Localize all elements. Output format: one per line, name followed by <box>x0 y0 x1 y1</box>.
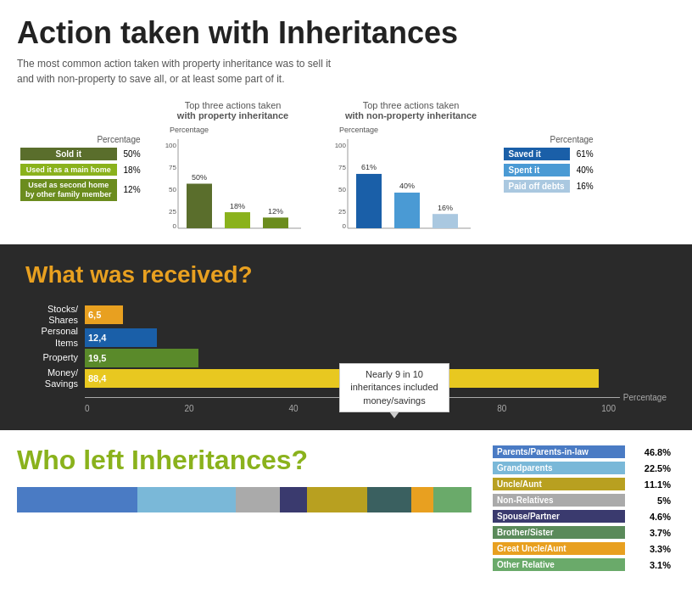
table-row: Grandparents 22.5% <box>488 460 675 476</box>
svg-text:61%: 61% <box>361 163 377 171</box>
color-bar-seg-2 <box>137 487 236 512</box>
nonproperty-chart-title: Top three actions takenwith non-property… <box>331 100 492 120</box>
nonprop-legend-spent: Spent it <box>504 164 570 176</box>
property-chart-title: Top three actions takenwith property inh… <box>161 100 305 120</box>
svg-text:100: 100 <box>334 142 346 149</box>
section3-right: Parents/Parents-in-law 46.8% Grandparent… <box>488 444 675 573</box>
legend-main-home-val: 18% <box>120 162 144 177</box>
axis-label-40: 40 <box>288 404 298 413</box>
color-bar-seg-4 <box>280 487 307 512</box>
inherit-label-spouse: Spouse/Partner <box>493 510 625 523</box>
svg-text:40%: 40% <box>399 182 415 190</box>
color-bar-seg-5 <box>307 487 367 512</box>
hbar-chart-container: Nearly 9 in 10 inheritances included mon… <box>25 304 667 413</box>
svg-text:0: 0 <box>342 222 346 230</box>
svg-text:12%: 12% <box>268 207 283 216</box>
inherit-pct-uncle: 11.1% <box>629 476 675 492</box>
main-title: Action taken with Inheritances <box>17 15 675 51</box>
hbar-track-stocks: 6,5 <box>85 305 667 324</box>
svg-text:25: 25 <box>169 208 176 216</box>
inherit-pct-parents: 46.8% <box>629 444 675 460</box>
svg-text:0: 0 <box>172 222 176 230</box>
inherit-label-grandparents: Grandparents <box>493 462 625 474</box>
hbar-value-personal: 12,4 <box>88 333 106 343</box>
legend-second-home: Used as second homeby other family membe… <box>20 179 117 201</box>
nonprop-legend-saved: Saved it <box>504 148 570 160</box>
section3-left: Who left Inheritances? <box>17 444 472 512</box>
inherit-pct-great-uncle: 3.3% <box>629 540 675 557</box>
property-bar-chart: Top three actions takenwith property inh… <box>161 100 305 236</box>
color-bar-seg-8 <box>433 487 472 512</box>
svg-text:75: 75 <box>169 164 176 171</box>
bar-spent-it <box>394 193 420 228</box>
inherit-pct-spouse: 4.6% <box>629 508 675 524</box>
hbar-label-personal: PersonalItems <box>25 326 78 348</box>
inherit-label-great-uncle: Great Uncle/Aunt <box>493 542 625 555</box>
inherit-label-parents: Parents/Parents-in-law <box>493 445 625 458</box>
svg-text:50: 50 <box>338 186 346 193</box>
svg-text:50: 50 <box>169 186 176 193</box>
hbar-fill-stocks: 6,5 <box>85 305 123 324</box>
axis-label-80: 80 <box>497 404 506 413</box>
bar-saved-it <box>356 174 382 228</box>
inherit-label-nonrelatives: Non-Relatives <box>493 494 625 507</box>
hbar-row-personal: PersonalItems 12,4 <box>25 326 667 348</box>
inherit-pct-brother: 3.7% <box>629 524 675 540</box>
inherit-label-other: Other Relative <box>493 558 625 571</box>
nonproperty-legend: Percentage Saved it 61% Spent it 40% Pai… <box>500 134 597 194</box>
axis-label-0: 0 <box>85 404 90 413</box>
axis-label-20: 20 <box>184 404 193 413</box>
color-bar-seg-3 <box>236 487 280 512</box>
section3-title: Who left Inheritances? <box>17 444 472 476</box>
svg-text:25: 25 <box>338 208 346 216</box>
svg-text:50%: 50% <box>192 173 207 182</box>
color-bar <box>17 487 472 512</box>
legend-main-home: Used it as a main home <box>20 164 117 176</box>
bar-sold-it <box>187 184 212 229</box>
section2: What was received? Nearly 9 in 10 inheri… <box>0 244 692 430</box>
nonprop-legend-saved-val: 61% <box>573 146 597 162</box>
color-bar-seg-1 <box>17 487 137 512</box>
bar-main-home <box>225 212 250 228</box>
table-row: Great Uncle/Aunt 3.3% <box>488 540 675 557</box>
legend-sold-it-val: 50% <box>120 146 144 162</box>
hbar-track-personal: 12,4 <box>85 328 667 347</box>
hbar-axis-title: Percentage <box>623 393 667 402</box>
hbar-row-stocks: Stocks/Shares 6,5 <box>25 304 667 326</box>
svg-text:Percentage: Percentage <box>339 126 378 134</box>
section1: Action taken with Inheritances The most … <box>0 0 692 244</box>
bar-second-home <box>263 217 288 228</box>
bar-paid-debts <box>432 214 458 228</box>
color-bar-seg-7 <box>411 487 433 512</box>
tooltip-arrow <box>389 412 399 418</box>
svg-text:Percentage: Percentage <box>170 126 209 134</box>
hbar-fill-personal: 12,4 <box>85 328 157 347</box>
subtitle: The most common action taken with proper… <box>17 56 675 87</box>
axis-label-100: 100 <box>601 404 616 413</box>
inherit-label-uncle: Uncle/Aunt <box>493 478 625 490</box>
svg-text:75: 75 <box>338 164 346 171</box>
table-row: Non-Relatives 5% <box>488 492 675 508</box>
hbar-label-stocks: Stocks/Shares <box>25 304 78 326</box>
section2-title: What was received? <box>25 261 667 288</box>
property-chart-svg: Percentage 100 75 50 25 0 50% 18% 12% <box>161 122 305 232</box>
table-row: Uncle/Aunt 11.1% <box>488 476 675 492</box>
hbar-label-money: Money/Savings <box>25 367 78 389</box>
hbar-value-stocks: 6,5 <box>88 310 101 320</box>
legend-sold-it: Sold it <box>20 148 117 160</box>
inherit-label-brother: Brother/Sister <box>493 526 625 539</box>
svg-text:16%: 16% <box>438 204 453 212</box>
svg-text:100: 100 <box>165 142 176 149</box>
table-row: Spouse/Partner 4.6% <box>488 508 675 524</box>
nonprop-legend-debts: Paid off debts <box>504 180 570 193</box>
svg-text:18%: 18% <box>230 202 245 210</box>
color-bar-seg-6 <box>367 487 411 512</box>
table-row: Other Relative 3.1% <box>488 557 675 573</box>
inheritance-table: Parents/Parents-in-law 46.8% Grandparent… <box>488 444 675 573</box>
inherit-pct-other: 3.1% <box>629 557 675 573</box>
tooltip: Nearly 9 in 10 inheritances included mon… <box>339 363 449 412</box>
table-row: Brother/Sister 3.7% <box>488 524 675 540</box>
nonproperty-chart-svg: Percentage 100 75 50 25 0 61% 40% 16% <box>331 122 492 232</box>
hbar-value-property: 19,5 <box>88 353 106 363</box>
nonprop-legend-debts-val: 16% <box>573 178 597 194</box>
